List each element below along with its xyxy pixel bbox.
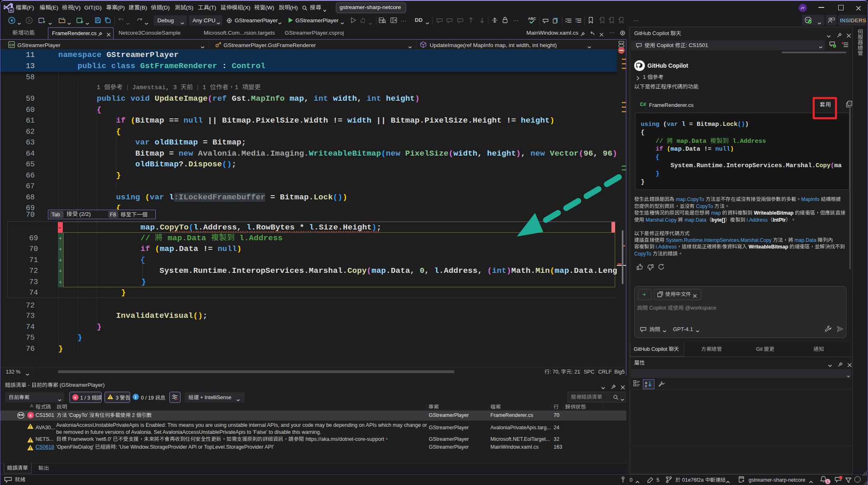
svg-text:Z: Z [645, 384, 647, 388]
svg-text:ABC: ABC [528, 17, 536, 21]
svg-text:Ec: Ec [380, 19, 383, 21]
svg-text:C#: C# [9, 43, 14, 47]
svg-text:?: ? [575, 20, 577, 24]
svg-text:IN: IN [10, 9, 13, 12]
